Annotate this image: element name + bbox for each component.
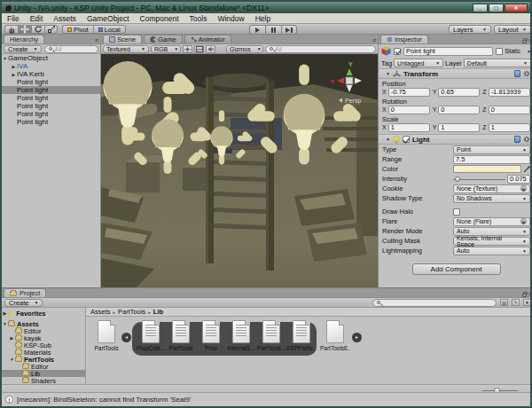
step-button[interactable] (281, 25, 297, 35)
cookie-object-field[interactable]: None (Texture)◉ (453, 184, 530, 193)
hierarchy-item-point-light[interactable]: Point light (2, 78, 100, 86)
scale-tool-button[interactable] (44, 25, 58, 34)
asset-parttools-script[interactable]: PartTools (166, 320, 196, 351)
menu-help[interactable]: Help (250, 14, 276, 23)
breadcrumb-lib[interactable]: Lib (153, 308, 163, 316)
lighting-toggle[interactable] (183, 45, 192, 53)
lock-icon[interactable] (522, 294, 527, 297)
hand-tool-button[interactable] (4, 25, 18, 34)
flare-object-field[interactable]: None (Flare)◉ (453, 217, 530, 226)
position-z-field[interactable]: -1.813939 (489, 88, 530, 97)
shadow-type-dropdown[interactable]: No Shadows▼ (453, 194, 530, 203)
asset-parttoolseditor[interactable]: PartToolsE... (320, 320, 350, 351)
asset-parttools[interactable]: PartTools (91, 320, 121, 351)
hierarchy-item-point-light-selected[interactable]: Point light (2, 86, 100, 94)
lock-icon[interactable] (522, 40, 527, 43)
color-swatch[interactable] (453, 165, 521, 173)
panel-menu-icon[interactable]: ≡ (528, 37, 532, 43)
slider-knob[interactable] (455, 177, 460, 182)
render-mode-dropdown[interactable]: RGB▼ (151, 45, 181, 53)
expand-strip-button[interactable]: ▸ (352, 333, 362, 342)
shading-mode-dropdown[interactable]: Textured▼ (103, 45, 149, 53)
filter-by-label-icon[interactable]: ✎ (512, 299, 520, 306)
active-checkbox[interactable] (394, 48, 401, 55)
project-search-input[interactable] (372, 299, 497, 307)
tab-animator[interactable]: Animator (184, 35, 231, 43)
layout-dropdown[interactable]: Layout ▼ (494, 25, 531, 34)
name-field[interactable]: Point light (403, 47, 493, 56)
scale-x-field[interactable]: 1 (388, 123, 430, 132)
menu-gameobject[interactable]: GameObject (82, 14, 135, 23)
hierarchy-item-iva[interactable]: ▶IVA (2, 62, 100, 70)
menu-edit[interactable]: Edit (25, 14, 49, 23)
menu-file[interactable]: File (2, 14, 25, 23)
asset-internalspace[interactable]: InternalS... (226, 320, 256, 351)
hierarchy-item-point-light[interactable]: Point light (2, 110, 100, 118)
tab-inspector[interactable]: Inspector (380, 35, 428, 43)
filter-favorites-icon[interactable]: ★ (523, 299, 531, 306)
light-enabled-checkbox[interactable] (403, 136, 410, 143)
tag-dropdown[interactable]: Untagged▼ (394, 59, 443, 67)
tree-item-editor[interactable]: Editor (2, 327, 85, 334)
static-checkbox[interactable] (496, 48, 503, 55)
layer-dropdown[interactable]: Default▼ (464, 59, 531, 67)
hierarchy-item-gameobject[interactable]: ▼GameObject (2, 54, 100, 62)
object-picker-icon[interactable]: ◉ (520, 218, 527, 224)
scale-z-field[interactable]: 1 (489, 123, 530, 132)
close-button[interactable]: ✕ (505, 4, 528, 12)
hierarchy-search-input[interactable]: All (44, 45, 98, 53)
hierarchy-item-point-light[interactable]: Point light (2, 118, 100, 126)
titlebar[interactable]: Unity - IVA.unity - KSP Unity Project - … (2, 2, 530, 13)
rotate-tool-button[interactable] (31, 25, 44, 34)
play-button[interactable] (249, 25, 265, 35)
collapse-strip-button[interactable]: ◂ (121, 333, 131, 342)
tab-game[interactable]: Game (144, 35, 182, 43)
pause-button[interactable] (265, 25, 281, 35)
hierarchy-item-point-light[interactable]: Point light (2, 94, 100, 102)
skybox-toggle[interactable] (194, 45, 204, 53)
intensity-field[interactable]: 0.075 (507, 175, 530, 184)
gear-icon[interactable] (523, 136, 530, 143)
rotation-z-field[interactable]: 0 (489, 106, 530, 114)
maximize-button[interactable]: ▢ (489, 4, 504, 12)
eyedropper-icon[interactable] (523, 166, 530, 173)
tab-scene[interactable]: Scene (103, 35, 142, 43)
tree-item-favorites[interactable]: ▶★Favorites (2, 310, 85, 317)
move-tool-button[interactable] (18, 25, 31, 34)
scale-y-field[interactable]: 1 (438, 123, 480, 132)
asset-parttools2[interactable]: PartTools... (256, 320, 286, 351)
pivot-toggle-button[interactable]: Pivot (62, 25, 93, 34)
range-field[interactable]: 7.5 (453, 155, 530, 164)
foldout-icon[interactable]: ▼ (2, 321, 8, 326)
layers-dropdown[interactable]: Layers ▼ (449, 25, 491, 34)
position-x-field[interactable]: -0.75 (388, 88, 430, 97)
local-toggle-button[interactable]: Local (93, 25, 126, 34)
menu-tools[interactable]: Tools (184, 14, 213, 23)
audio-toggle[interactable] (206, 45, 215, 53)
asset-prop[interactable]: Prop (196, 320, 226, 351)
project-create-button[interactable]: Create▼ (4, 299, 43, 307)
status-bar[interactable]: ! [mecanim]: BindSkeleton: cannot find T… (2, 392, 532, 406)
position-y-field[interactable]: 0.65 (438, 88, 480, 97)
object-picker-icon[interactable]: ◉ (520, 185, 527, 192)
reference-icon[interactable] (514, 70, 520, 77)
draw-halo-checkbox[interactable] (453, 208, 460, 216)
gizmos-dropdown[interactable]: Gizmos▼ (226, 45, 263, 53)
rotation-x-field[interactable]: 0 (388, 106, 430, 114)
menu-window[interactable]: Window (212, 14, 249, 23)
hierarchy-item-point-light[interactable]: Point light (2, 102, 100, 110)
tree-item-assets[interactable]: ▼Assets (2, 320, 85, 327)
reference-icon[interactable] (514, 136, 520, 143)
panel-menu-icon[interactable]: ≡ (528, 291, 532, 297)
scene-viewport[interactable]: Y x Persp (101, 54, 378, 287)
minimize-button[interactable]: _ (473, 4, 488, 12)
menu-assets[interactable]: Assets (48, 14, 82, 23)
panel-menu-icon[interactable]: ≡ (95, 37, 98, 43)
breadcrumb-parttools[interactable]: PartTools (118, 308, 145, 316)
breadcrumb-assets[interactable]: Assets (90, 308, 111, 316)
hierarchy-item-iva-kerb[interactable]: ▶IVA Kerb (2, 70, 100, 78)
tree-item-parttools-editor[interactable]: Editor (2, 363, 85, 370)
foldout-icon[interactable]: ▼ (9, 357, 15, 362)
rotation-y-field[interactable]: 0 (438, 106, 480, 114)
hierarchy-create-button[interactable]: Create ▼ (4, 45, 42, 53)
